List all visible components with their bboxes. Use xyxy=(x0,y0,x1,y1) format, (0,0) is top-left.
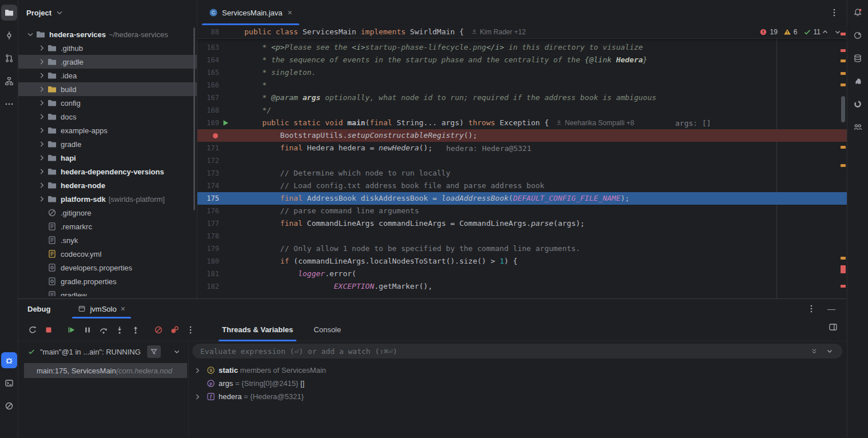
more-options-icon[interactable] xyxy=(830,8,839,17)
line-number[interactable]: 181 xyxy=(197,268,219,280)
line-number[interactable]: 88 xyxy=(197,26,219,38)
layout-settings-icon[interactable] xyxy=(829,322,838,332)
project-tool-button[interactable] xyxy=(1,5,17,21)
tree-item--gitignore[interactable]: .gitignore xyxy=(18,206,197,220)
code-line-173[interactable]: 173 // Determine which node to run local… xyxy=(197,167,847,180)
variable-row[interactable]: Sstatic members of ServicesMain xyxy=(189,364,847,377)
pause-button[interactable] xyxy=(80,322,95,337)
more-options-icon[interactable] xyxy=(807,304,816,313)
thread-status-row[interactable]: "main"@1 in ...ain": RUNNING xyxy=(18,342,188,359)
chevron-down-icon[interactable] xyxy=(55,8,64,17)
filter-button[interactable] xyxy=(147,345,161,358)
chevron-right-icon[interactable] xyxy=(37,140,47,149)
more-tool-button[interactable] xyxy=(1,96,17,112)
code-line-174[interactable]: 174 // Load config.txt address book file… xyxy=(197,180,847,192)
line-number[interactable]: 182 xyxy=(197,280,219,293)
line-number[interactable]: 174 xyxy=(197,180,219,192)
stripe-mark[interactable] xyxy=(841,59,846,62)
line-number[interactable]: 177 xyxy=(197,217,219,230)
code-line-167[interactable]: 167 * @param args optionally, what node … xyxy=(197,91,847,104)
code-line-175[interactable]: 175 final AddressBook diskAddressBook = … xyxy=(197,192,847,205)
line-number[interactable]: 166 xyxy=(197,79,219,91)
error-stripe[interactable] xyxy=(839,25,847,298)
line-number[interactable]: 165 xyxy=(197,66,219,79)
line-number[interactable]: 176 xyxy=(197,205,219,217)
tree-item-example-apps[interactable]: example-apps xyxy=(18,124,197,137)
rerun-button[interactable] xyxy=(25,322,40,337)
code-line-88[interactable]: 88public class ServicesMain implements S… xyxy=(197,26,526,38)
code-with-me-button[interactable] xyxy=(850,119,866,135)
chevron-down-icon[interactable] xyxy=(825,347,834,356)
tree-item-platform-sdk[interactable]: platform-sdk[swirlds-platform] xyxy=(18,192,197,206)
tree-item-gradle[interactable]: gradle xyxy=(18,137,197,151)
tab-console[interactable]: Console xyxy=(310,318,344,341)
stripe-mark[interactable] xyxy=(841,33,846,35)
step-into-button[interactable] xyxy=(112,322,127,337)
line-number[interactable]: 175 xyxy=(197,192,219,205)
tree-item--idea[interactable]: .idea xyxy=(18,69,197,82)
line-number[interactable]: 167 xyxy=(197,91,219,104)
chevron-right-icon[interactable] xyxy=(37,85,47,94)
code-line-171[interactable]: 171 final Hedera hedera = newHedera();he… xyxy=(197,142,847,154)
evaluate-input[interactable]: Evaluate expression (⏎) or add a watch (… xyxy=(192,344,842,359)
code-line-163[interactable]: 163 * <p>Please see the <i>startup-phase… xyxy=(197,41,847,54)
code-line-177[interactable]: 177 final CommandLineArgs commandLineArg… xyxy=(197,217,847,230)
debug-session-tab[interactable]: jvmSolo × xyxy=(72,299,130,318)
scrollbar-thumb[interactable] xyxy=(841,96,845,122)
notifications-button[interactable] xyxy=(850,5,866,21)
errors-badge[interactable]: 19 xyxy=(759,28,777,36)
tree-item-config[interactable]: config xyxy=(18,96,197,110)
variable-row[interactable]: pargs = {String[0]@2415} [] xyxy=(189,377,847,390)
code-line-166[interactable]: 166 * xyxy=(197,79,847,91)
line-number[interactable]: 180 xyxy=(197,255,219,268)
code-line-179[interactable]: 179 // Only allow 1 node to be specified… xyxy=(197,242,847,255)
tree-item-hedera-node[interactable]: hedera-node xyxy=(18,178,197,192)
line-number[interactable]: 169 xyxy=(197,117,219,129)
tree-item--snyk[interactable]: .snyk xyxy=(18,233,197,247)
line-number[interactable]: 163 xyxy=(197,41,219,54)
hide-panel-icon[interactable]: — xyxy=(827,304,835,313)
passed-badge[interactable]: 11 xyxy=(803,28,821,36)
code-line-170[interactable]: BootstrapUtils.setupConstructableRegistr… xyxy=(197,129,847,142)
commit-tool-button[interactable] xyxy=(1,27,17,43)
structure-tool-button[interactable] xyxy=(1,73,17,89)
stripe-mark[interactable] xyxy=(841,83,846,86)
chevron-right-icon[interactable] xyxy=(37,153,47,162)
tree-item-codecov-yml[interactable]: codecov.yml xyxy=(18,247,197,261)
ai-assistant-button[interactable] xyxy=(850,27,866,43)
close-session-icon[interactable]: × xyxy=(121,304,125,313)
stripe-mark[interactable] xyxy=(841,285,846,288)
code-line-164[interactable]: 164 * the sequence of events in the star… xyxy=(197,54,847,66)
stop-button[interactable] xyxy=(41,322,56,337)
chevron-right-icon[interactable] xyxy=(192,366,203,375)
line-number[interactable]: 178 xyxy=(197,230,219,242)
stripe-mark[interactable] xyxy=(841,265,846,273)
close-tab-icon[interactable]: × xyxy=(288,8,292,17)
step-over-button[interactable] xyxy=(96,322,111,337)
problems-tool-button[interactable] xyxy=(1,398,17,414)
resume-button[interactable] xyxy=(64,322,79,337)
code-line-165[interactable]: 165 * singleton. xyxy=(197,66,847,79)
stripe-mark[interactable] xyxy=(841,257,846,260)
stripe-mark[interactable] xyxy=(841,72,846,75)
line-number[interactable]: 173 xyxy=(197,167,219,180)
author-annotation[interactable]: Neeharika Sompalli +8 xyxy=(556,119,634,127)
line-number[interactable]: 168 xyxy=(197,104,219,117)
line-number[interactable]: 171 xyxy=(197,142,219,154)
warnings-badge[interactable]: 6 xyxy=(783,28,798,36)
editor-tab[interactable]: C ServicesMain.java × xyxy=(202,0,299,25)
chevron-right-icon[interactable] xyxy=(37,167,47,176)
code-line-178[interactable]: 178 xyxy=(197,230,847,242)
stripe-mark[interactable] xyxy=(841,164,846,167)
code-line-181[interactable]: 181 logger.error( xyxy=(197,268,847,280)
tree-item-hapi[interactable]: hapi xyxy=(18,151,197,165)
tree-item--remarkrc[interactable]: .remarkrc xyxy=(18,220,197,233)
chevron-right-icon[interactable] xyxy=(37,71,47,80)
chevron-down-icon[interactable] xyxy=(25,30,35,39)
code-line-168[interactable]: 168 */ xyxy=(197,104,847,117)
project-scrollbar[interactable] xyxy=(193,27,195,210)
inspections-widget[interactable]: 19611 xyxy=(759,25,821,39)
navigate-up-icon[interactable] xyxy=(821,27,830,37)
tree-item-hedera-dependency-versions[interactable]: hedera-dependency-versions xyxy=(18,165,197,178)
tree-item-build[interactable]: build xyxy=(18,82,197,96)
